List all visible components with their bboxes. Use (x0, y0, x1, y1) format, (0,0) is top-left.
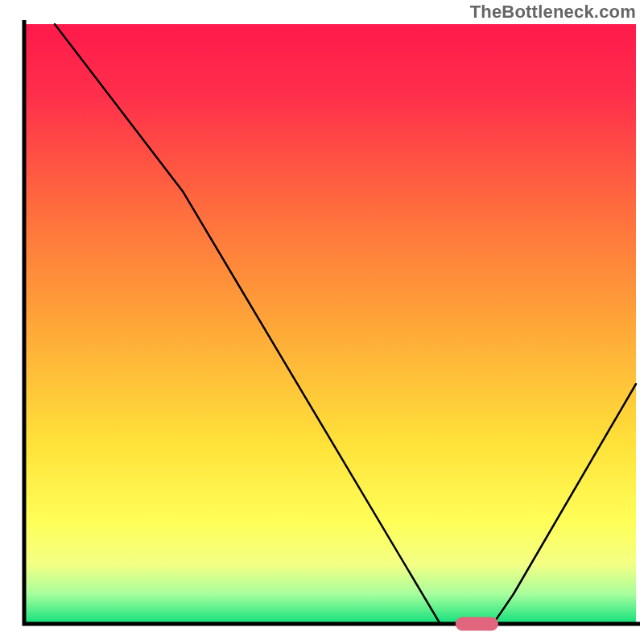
watermark-text: TheBottleneck.com (470, 2, 636, 23)
optimal-marker (456, 617, 498, 630)
bottleneck-chart (0, 0, 644, 644)
chart-container: TheBottleneck.com (0, 0, 644, 644)
plot-background (24, 24, 636, 624)
